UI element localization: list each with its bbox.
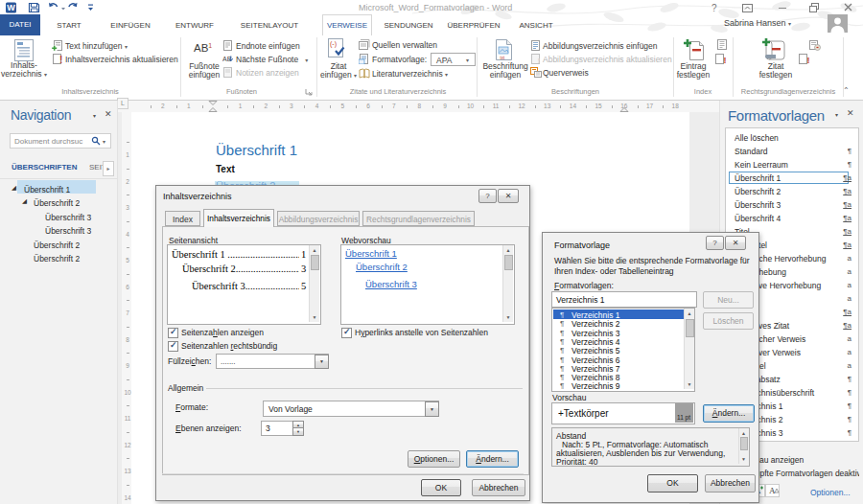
svg-text:A: A <box>769 486 776 495</box>
svg-text:W: W <box>7 3 15 12</box>
svg-text:txt: txt <box>501 56 506 60</box>
svg-text:!: ! <box>724 56 727 64</box>
svg-text:!: ! <box>538 57 541 65</box>
svg-text:!: ! <box>807 56 810 64</box>
svg-text:AB: AB <box>222 56 232 62</box>
svg-text:(-): (-) <box>330 40 337 48</box>
svg-text:!: ! <box>59 55 62 64</box>
